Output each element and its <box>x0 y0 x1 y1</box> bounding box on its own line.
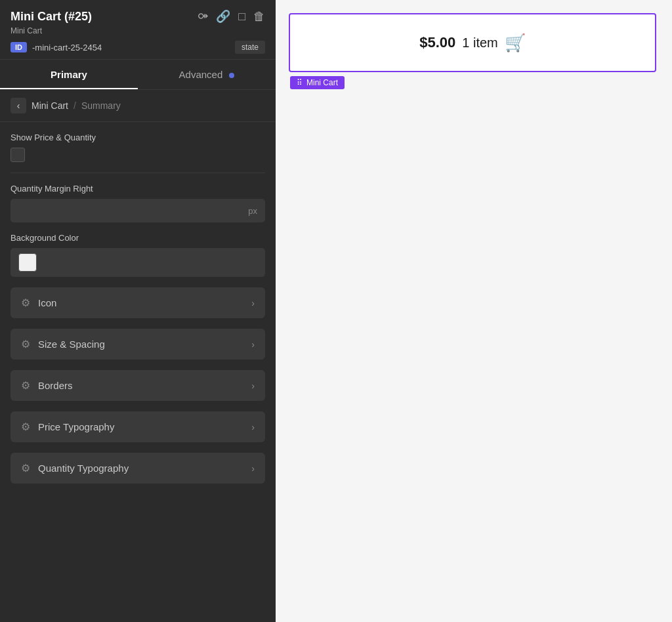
tabs-bar: Primary Advanced <box>0 60 276 90</box>
tab-dot <box>229 73 234 78</box>
accordion-price-typography[interactable]: ⚙ Price Typography › <box>10 411 265 442</box>
show-price-quantity-label: Show Price & Quantity <box>10 133 265 142</box>
preview-label-icon: ⠿ <box>297 78 303 87</box>
user-link-icon[interactable]: ⚩ <box>198 9 208 24</box>
accordion-size-spacing-label: Size & Spacing <box>38 339 105 350</box>
right-panel: $5.00 1 item 🛒 ⠿ Mini Cart <box>276 0 672 622</box>
link-icon[interactable]: 🔗 <box>216 9 230 24</box>
breadcrumb-parent[interactable]: Mini Cart <box>32 100 68 111</box>
show-price-quantity-section: Show Price & Quantity <box>10 133 265 162</box>
accordion-borders-chevron: › <box>251 381 255 391</box>
accordion-borders[interactable]: ⚙ Borders › <box>10 370 265 401</box>
header-subtitle: Mini Cart <box>10 26 265 35</box>
preview-box: $5.00 1 item 🛒 ⠿ Mini Cart <box>289 13 656 72</box>
quantity-margin-input-wrapper: px <box>10 199 265 222</box>
accordion-borders-label: Borders <box>38 380 73 391</box>
preview-label: ⠿ Mini Cart <box>290 76 345 89</box>
borders-settings-icon: ⚙ <box>21 379 30 392</box>
show-price-quantity-checkbox[interactable] <box>10 148 25 162</box>
add-frame-icon[interactable]: □ <box>238 10 245 24</box>
cart-icon: 🛒 <box>505 33 526 53</box>
preview-content: $5.00 1 item 🛒 <box>419 33 526 53</box>
panel-content: Show Price & Quantity Quantity Margin Ri… <box>0 122 276 494</box>
id-value: -mini-cart-25-2454 <box>32 43 230 52</box>
price-typography-settings-icon: ⚙ <box>21 421 30 433</box>
quantity-typography-settings-icon: ⚙ <box>21 462 30 474</box>
accordion-quantity-typography-chevron: › <box>251 463 255 474</box>
accordion-price-typography-chevron: › <box>251 422 255 432</box>
size-spacing-settings-icon: ⚙ <box>21 338 30 350</box>
divider-1 <box>10 173 265 173</box>
accordion-icon-chevron: › <box>251 298 255 308</box>
id-badge: ID <box>10 42 27 52</box>
background-color-picker[interactable] <box>10 248 265 277</box>
color-swatch <box>18 253 37 272</box>
accordion-icon-label: Icon <box>38 297 56 308</box>
header-icon-group: ⚩ 🔗 □ 🗑 <box>198 9 265 24</box>
accordion-quantity-typography-label: Quantity Typography <box>38 463 129 474</box>
accordion-quantity-typography[interactable]: ⚙ Quantity Typography › <box>10 453 265 484</box>
accordion-size-spacing[interactable]: ⚙ Size & Spacing › <box>10 329 265 360</box>
preview-items-text: 1 item <box>462 35 497 51</box>
icon-settings-icon: ⚙ <box>21 297 30 309</box>
header-section: Mini Cart (#25) ⚩ 🔗 □ 🗑 Mini Cart ID -mi… <box>0 0 276 60</box>
quantity-margin-label: Quantity Margin Right <box>10 184 265 194</box>
state-badge[interactable]: state <box>235 41 265 54</box>
tab-advanced[interactable]: Advanced <box>138 60 276 89</box>
left-panel: Mini Cart (#25) ⚩ 🔗 □ 🗑 Mini Cart ID -mi… <box>0 0 276 622</box>
accordion-icon[interactable]: ⚙ Icon › <box>10 287 265 318</box>
preview-price: $5.00 <box>419 34 455 51</box>
quantity-margin-unit: px <box>240 206 265 216</box>
breadcrumb-row: ‹ Mini Cart / Summary <box>0 90 276 122</box>
breadcrumb-separator: / <box>74 100 76 111</box>
tab-primary[interactable]: Primary <box>0 60 138 89</box>
background-color-section: Background Color <box>10 233 265 277</box>
accordion-price-typography-label: Price Typography <box>38 421 114 432</box>
breadcrumb-back-button[interactable]: ‹ <box>10 98 26 114</box>
quantity-margin-input[interactable] <box>10 199 240 222</box>
id-row: ID -mini-cart-25-2454 state <box>10 41 265 54</box>
background-color-label: Background Color <box>10 233 265 243</box>
breadcrumb-current: Summary <box>81 100 121 111</box>
preview-label-text: Mini Cart <box>306 78 338 87</box>
panel-title: Mini Cart (#25) <box>10 10 92 24</box>
trash-icon[interactable]: 🗑 <box>253 10 265 24</box>
accordion-size-spacing-chevron: › <box>251 339 255 350</box>
quantity-margin-section: Quantity Margin Right px <box>10 184 265 222</box>
